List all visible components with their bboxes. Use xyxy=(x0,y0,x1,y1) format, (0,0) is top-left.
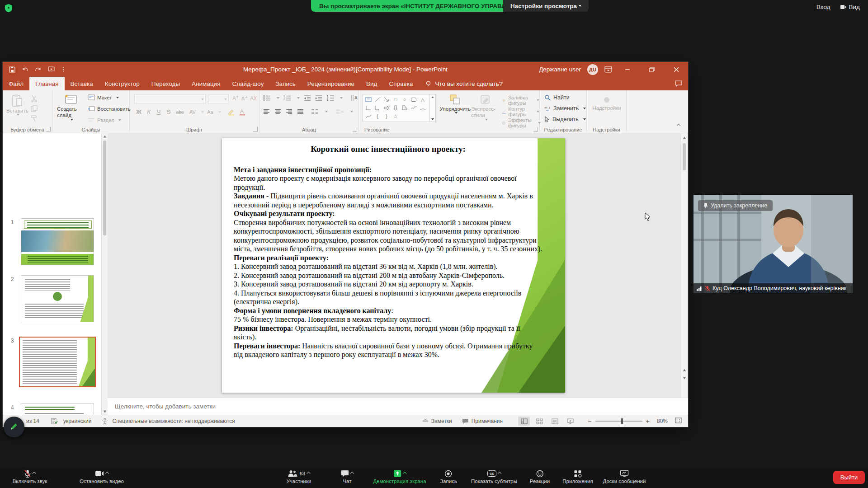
account-name[interactable]: Державне user xyxy=(539,66,581,73)
save-icon[interactable] xyxy=(9,66,15,73)
tab-review[interactable]: Рецензирование xyxy=(302,77,360,90)
shape-right-arrow-icon[interactable] xyxy=(382,104,391,112)
replace-button[interactable]: abac Заменить xyxy=(544,105,586,112)
subtitles-button[interactable]: cc Показать субтитры xyxy=(471,469,517,484)
select-button[interactable]: Выделить xyxy=(544,116,586,122)
thumbnail-scrollbar[interactable] xyxy=(101,133,108,415)
shadow-button[interactable]: abc xyxy=(174,109,186,115)
tab-slideshow[interactable]: Слайд-шоу xyxy=(226,77,269,90)
addins-button[interactable]: Надстройки xyxy=(593,95,620,111)
font-name-combo[interactable] xyxy=(134,94,206,104)
shape-corner-icon[interactable] xyxy=(400,104,409,112)
shape-down-arrow-icon[interactable] xyxy=(391,104,400,112)
chat-button[interactable]: Чат xyxy=(341,469,354,484)
align-left-icon[interactable] xyxy=(263,109,270,115)
shape-fill-button[interactable]: Заливка фигуры xyxy=(502,95,539,106)
dialog-launcher-icon[interactable] xyxy=(253,127,258,131)
current-slide-canvas[interactable]: Короткий опис інвестиційного проекту: Ме… xyxy=(222,138,565,393)
zoom-in-button[interactable]: + xyxy=(646,418,650,425)
slide-thumbnail-2[interactable] xyxy=(21,275,94,322)
tab-insert[interactable]: Вставка xyxy=(65,77,99,90)
zoom-slider[interactable] xyxy=(595,421,642,422)
dialog-launcher-icon[interactable] xyxy=(533,127,538,131)
change-case-button[interactable]: Аа xyxy=(205,109,216,115)
clear-formatting-icon[interactable]: A xyxy=(250,95,257,102)
shape-outline-button[interactable]: Контур фигуры xyxy=(502,106,539,117)
scroll-up-icon[interactable] xyxy=(431,96,434,98)
shape-elbow-arrow-icon[interactable] xyxy=(373,104,382,112)
shapes-gallery-scroll[interactable] xyxy=(429,94,436,122)
font-size-combo[interactable] xyxy=(208,94,229,104)
participants-options-chevron[interactable] xyxy=(307,472,310,475)
tab-file[interactable]: Файл xyxy=(3,77,29,90)
reactions-button[interactable]: Реакции xyxy=(530,469,550,484)
underline-button[interactable]: Ч xyxy=(154,108,163,115)
share-options-chevron[interactable] xyxy=(403,472,406,475)
fit-slide-button[interactable] xyxy=(675,418,682,425)
spellcheck-icon[interactable] xyxy=(51,418,58,424)
shape-elbow-icon[interactable] xyxy=(364,104,373,112)
new-slide-button[interactable]: Создать слайд xyxy=(57,94,85,121)
language-indicator[interactable]: украинский xyxy=(63,418,92,424)
reading-view-button[interactable] xyxy=(549,417,561,426)
shape-star-icon[interactable]: ☆ xyxy=(391,112,400,120)
line-spacing-icon[interactable] xyxy=(326,95,334,101)
slide-thumbnail-3-selected[interactable] xyxy=(19,337,96,387)
feedback-comment-icon[interactable] xyxy=(669,77,688,90)
shape-rectangle-icon[interactable]: □ xyxy=(391,95,400,103)
unpin-button[interactable]: Удалить закрепление xyxy=(698,200,773,211)
increase-indent-icon[interactable] xyxy=(315,95,322,101)
scroll-up-icon[interactable] xyxy=(683,136,685,139)
collapse-ribbon-icon[interactable] xyxy=(677,124,680,127)
view-button[interactable]: Вид xyxy=(840,4,860,10)
ribbon-display-options-icon[interactable] xyxy=(604,66,612,73)
cut-icon[interactable] xyxy=(31,95,38,102)
restore-button[interactable] xyxy=(643,62,661,77)
mic-options-chevron[interactable] xyxy=(33,472,36,475)
shape-arc-icon[interactable] xyxy=(418,104,427,112)
smartart-convert-icon[interactable] xyxy=(336,108,344,115)
previous-slide-icon[interactable] xyxy=(683,369,685,371)
whiteboards-button[interactable]: Доски сообщений xyxy=(603,469,646,484)
slide-sorter-view-button[interactable] xyxy=(533,417,545,426)
pinned-participant-video[interactable]: Удалить закрепление Куц Олександр Володи… xyxy=(693,195,853,293)
annotation-tool-button[interactable] xyxy=(4,417,24,437)
record-button[interactable]: Запись xyxy=(440,469,457,484)
shape-left-brace-icon[interactable]: { xyxy=(373,112,382,120)
copy-icon[interactable] xyxy=(31,105,38,112)
tab-view[interactable]: Вид xyxy=(360,77,383,90)
shape-textbox-icon[interactable] xyxy=(364,95,373,103)
justify-icon[interactable] xyxy=(297,109,304,115)
zoom-out-button[interactable]: − xyxy=(588,418,592,425)
tell-me-search[interactable]: Что вы хотите сделать? xyxy=(419,77,509,90)
next-slide-icon[interactable] xyxy=(683,377,685,379)
shape-arrow-icon[interactable] xyxy=(382,95,391,103)
start-slideshow-icon[interactable] xyxy=(48,66,55,72)
zoom-slider-thumb[interactable] xyxy=(621,418,623,424)
accessibility-status[interactable]: Специальные возможности: не поддерживают… xyxy=(112,418,235,424)
reset-button[interactable]: Восстановить xyxy=(88,106,131,112)
decrease-indent-icon[interactable] xyxy=(304,95,311,101)
tab-help[interactable]: Справка xyxy=(383,77,419,90)
zoom-level[interactable]: 80% xyxy=(657,418,668,424)
gallery-more-icon[interactable] xyxy=(431,118,434,120)
tab-design[interactable]: Конструктор xyxy=(99,77,146,90)
security-shield-icon[interactable] xyxy=(5,4,13,13)
tab-record[interactable]: Запись xyxy=(269,77,301,90)
bold-button[interactable]: Ж xyxy=(134,108,143,115)
shape-line-icon[interactable] xyxy=(373,95,382,103)
comments-toggle[interactable]: Примечания xyxy=(462,418,503,424)
shape-scribble-icon[interactable] xyxy=(409,104,418,112)
shape-triangle-icon[interactable]: △ xyxy=(418,95,427,103)
share-screen-button[interactable]: Демонстрация экрана xyxy=(373,469,426,484)
arrange-button[interactable]: Упорядочить xyxy=(440,94,470,114)
text-direction-icon[interactable]: A xyxy=(350,94,358,101)
scrollbar-thumb[interactable] xyxy=(103,141,106,235)
tab-home[interactable]: Главная xyxy=(29,77,64,90)
stop-video-button[interactable]: Остановить видео xyxy=(80,469,124,484)
italic-button[interactable]: К xyxy=(144,108,153,115)
leave-meeting-button[interactable]: Выйти xyxy=(833,471,865,484)
quick-styles-button[interactable]: Экспресс-стили xyxy=(471,94,500,121)
accessibility-icon[interactable] xyxy=(101,418,108,425)
numbering-icon[interactable]: 12 xyxy=(283,95,291,101)
